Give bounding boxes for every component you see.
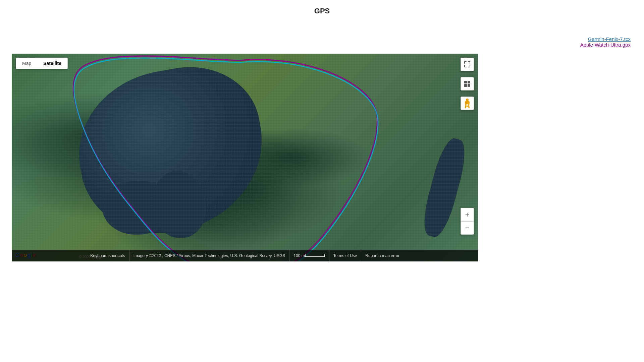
fullscreen-button[interactable] (461, 58, 474, 71)
svg-point-0 (466, 99, 469, 101)
scale-bar: 100 m (289, 250, 329, 261)
map-bottom-bar: Keyboard shortcuts Imagery ©2022 , CNES … (12, 250, 478, 261)
zoom-in-button[interactable]: + (461, 208, 474, 221)
map-type-map-button[interactable]: Map (16, 58, 37, 69)
zoom-out-button[interactable]: − (461, 221, 474, 235)
zoom-controls: + − (461, 208, 474, 235)
layers-icon (464, 81, 470, 87)
imagery-copyright: Imagery ©2022 , CNES / Airbus, Maxar Tec… (129, 250, 290, 261)
pegman-button[interactable] (461, 97, 474, 110)
scale-line (305, 254, 325, 257)
terms-of-use-link[interactable]: Terms of Use (329, 250, 362, 261)
page-title: GPS (0, 0, 644, 19)
fullscreen-icon (464, 61, 470, 67)
pegman-icon (464, 98, 471, 108)
map-container[interactable]: Map Satellite + − Google © 2022 Google K… (12, 54, 478, 261)
legend: Garmin-Fenix-7.tcx Apple-Watch-Ultra.gpx (580, 36, 631, 48)
apple-legend-item[interactable]: Apple-Watch-Ultra.gpx (580, 42, 631, 48)
urban-overlay (12, 54, 478, 261)
layers-button[interactable] (461, 77, 474, 90)
map-type-control: Map Satellite (16, 58, 68, 69)
report-map-error-link[interactable]: Report a map error (361, 250, 403, 261)
scale-label: 100 m (293, 253, 305, 258)
keyboard-shortcuts-link[interactable]: Keyboard shortcuts (86, 250, 129, 261)
map-type-satellite-button[interactable]: Satellite (37, 58, 67, 69)
garmin-legend-item[interactable]: Garmin-Fenix-7.tcx (580, 36, 631, 42)
